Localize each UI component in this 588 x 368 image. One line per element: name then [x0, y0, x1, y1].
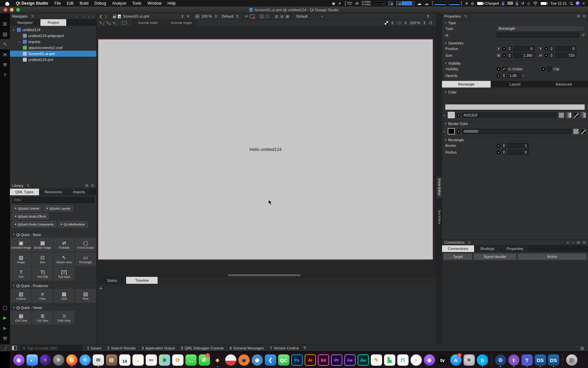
locator-search[interactable] — [20, 345, 82, 351]
border-binding-indicator[interactable] — [497, 144, 500, 148]
menu-item[interactable]: Tools — [129, 1, 144, 6]
grid-layout-icon[interactable]: ▦ — [286, 14, 289, 19]
reset-id-icon[interactable]: ↺ — [581, 33, 585, 37]
close-window-button[interactable] — [4, 8, 7, 12]
editor-strip-tab[interactable]: Form Editor — [437, 177, 442, 198]
keyboard-icon[interactable]: ⌨ — [507, 2, 513, 5]
lock-icon[interactable] — [113, 16, 116, 18]
component-item[interactable]: [T] Text Input — [53, 267, 75, 281]
selection-pin-icon[interactable]: ↖▪ — [113, 21, 117, 25]
zoom-stepper[interactable] — [404, 21, 408, 25]
rail-action-icon[interactable]: ⚒ — [0, 333, 10, 343]
y-stepper[interactable] — [550, 46, 554, 51]
menu-item[interactable]: Edit — [64, 1, 77, 6]
component-item[interactable]: ≡ Flow — [32, 288, 53, 303]
panel-split-icon[interactable]: ⇅ — [464, 14, 467, 18]
add-module-button[interactable]: + QtQuick.Layouts — [44, 205, 73, 212]
visibility-section-header[interactable]: ▾ Visibility — [442, 60, 588, 66]
dock-app-icon[interactable]: ✆ 1 — [198, 353, 210, 367]
clip-binding-indicator[interactable] — [542, 67, 545, 71]
dock-app-icon[interactable]: tv — [436, 353, 449, 367]
menu-app-name[interactable]: Qt Design Studio — [13, 1, 51, 6]
radius-binding-indicator[interactable] — [497, 151, 500, 154]
w-stepper[interactable] — [508, 53, 512, 58]
open-file-name[interactable]: Screen01.ui.qml — [123, 14, 178, 18]
component-item[interactable]: T Text — [10, 267, 32, 281]
component-item[interactable]: ▦ Grid View — [10, 310, 32, 325]
output-pane-button[interactable]: 1 Issues — [87, 346, 101, 350]
dock-app-icon[interactable]: A 1 — [450, 353, 462, 367]
radius-stepper[interactable] — [502, 150, 506, 155]
opacity-binding-indicator[interactable] — [497, 74, 500, 78]
dock-app-icon[interactable]: 14 — [119, 353, 131, 367]
battery-charging-icon[interactable] — [541, 2, 547, 5]
expand-arrows-icon[interactable]: ⇄ — [356, 2, 359, 5]
library-filter-input[interactable] — [12, 197, 94, 203]
output-panes-stepper[interactable]: ⇅ — [303, 346, 306, 350]
no-fill-button[interactable] — [573, 112, 579, 118]
properties-tab[interactable]: Rectangle — [442, 81, 491, 88]
navigator-arrow-button[interactable]: ← — [75, 14, 79, 18]
section-header-basic[interactable]: ▾ Qt Quick - Basic — [10, 232, 96, 237]
tree-row[interactable]: ▸ imports — [10, 39, 96, 45]
panel-split-icon[interactable]: ⇅ — [468, 241, 470, 244]
w-value-input[interactable]: 1.280 — [513, 53, 534, 58]
editor-strip-tab[interactable]: Text Editor — [437, 208, 442, 226]
rectangle-section-header[interactable]: ▾ Rectangle — [442, 137, 588, 142]
panel-split-icon[interactable]: ⇅ — [27, 184, 29, 187]
y-value-input[interactable]: 0 — [555, 46, 576, 51]
dock-app-icon[interactable]: ❮ — [264, 353, 276, 367]
dock-app-icon[interactable]: ≡ — [132, 353, 144, 367]
connections-column-header[interactable]: Target — [443, 253, 472, 260]
close-file-button[interactable]: ✕ — [186, 14, 189, 19]
dock-app-icon[interactable]: ◎ — [66, 353, 78, 367]
library-tab[interactable]: Imports — [68, 189, 91, 195]
gradient-fill-button[interactable] — [566, 112, 571, 118]
dock-app-icon[interactable]: ▥ — [565, 353, 578, 367]
navigator-tab[interactable]: Project — [40, 19, 67, 26]
rail-bottom-icon[interactable]: ╱ — [1, 345, 10, 350]
gradient-stops-button[interactable] — [580, 112, 586, 118]
wifi-icon[interactable] — [533, 2, 538, 5]
tree-row[interactable]: qtquickcontrols2.conf — [10, 45, 96, 51]
dock-app-icon[interactable]: ◐ — [26, 353, 38, 367]
rail-mode-icon[interactable]: ? — [0, 70, 10, 80]
dock-app-icon[interactable]: Ae — [344, 353, 356, 367]
dock-app-icon[interactable]: Ps — [291, 353, 303, 367]
time-machine-icon[interactable]: ↺ — [521, 2, 524, 5]
dock-app-icon[interactable]: DS — [547, 353, 560, 367]
color-binding-indicator[interactable] — [457, 113, 460, 117]
connections-column-header[interactable]: Signal Handler — [473, 253, 516, 260]
zoom-window-button[interactable] — [16, 8, 20, 12]
navigator-tab[interactable]: Navigator — [10, 19, 40, 26]
dock-app-icon[interactable]: T — [521, 353, 533, 367]
x-stepper[interactable] — [508, 46, 512, 51]
override-width-button[interactable]: Override Width — [132, 20, 163, 26]
dock-app-icon[interactable]: ⊕ — [158, 353, 171, 367]
dock-app-icon[interactable]: ✿ — [172, 353, 184, 367]
border-color-swatch[interactable] — [448, 128, 455, 135]
rail-action-icon[interactable]: ▶ — [0, 323, 10, 333]
show-bounds-icon[interactable] — [122, 21, 126, 25]
apple-logo-icon[interactable] — [5, 1, 9, 6]
keyboard-battery-icon[interactable] — [516, 1, 518, 5]
record-icon[interactable]: ◉ — [332, 2, 335, 5]
type-section-header[interactable]: ▾ Type — [442, 20, 588, 25]
artboard-rectangle[interactable]: Hello untitled124 — [98, 39, 433, 260]
h-binding-indicator[interactable] — [544, 54, 548, 57]
spotlight-icon[interactable] — [570, 2, 573, 5]
tree-row[interactable]: untitled124.qmlproject — [10, 33, 96, 39]
notification-center-icon[interactable]: ≡ — [583, 2, 585, 5]
dock-app-icon[interactable]: ⊙ — [494, 353, 507, 367]
move-tool-icon[interactable]: ✛ — [245, 14, 248, 19]
dock-app-icon[interactable]: Au — [357, 353, 369, 367]
dock-app-icon[interactable]: Ai — [304, 353, 316, 367]
cpu-widget[interactable]: CPU — [432, 1, 446, 6]
tree-row[interactable]: Screen01.ui.qml — [10, 51, 96, 57]
rail-mode-icon[interactable]: ✎ — [0, 39, 10, 49]
opacity-dropdown-icon[interactable]: ▾ — [522, 74, 524, 77]
duplicate-view-icon[interactable] — [266, 15, 269, 18]
section-header-positioner[interactable]: ▾ Qt Quick - Positioner — [10, 283, 96, 288]
border-color-hex-input[interactable]: #000000 — [462, 129, 571, 134]
border-width-input[interactable]: 1 — [508, 143, 529, 148]
